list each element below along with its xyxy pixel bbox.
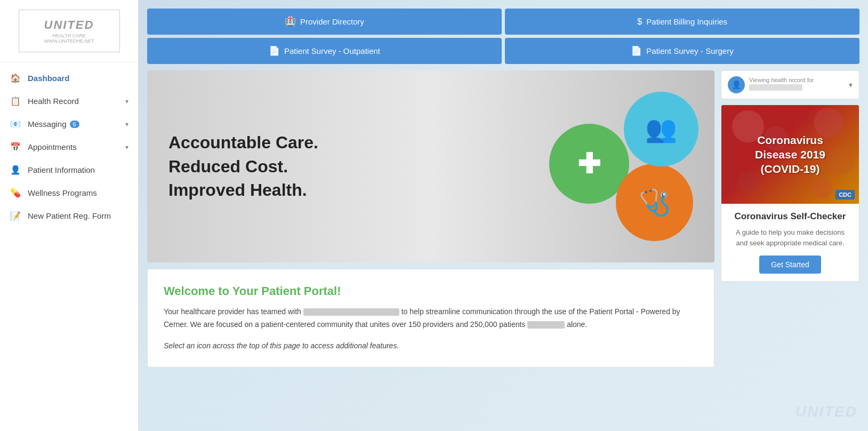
provider-directory-label: Provider Directory xyxy=(300,17,364,26)
hero-line: Improved Health. xyxy=(168,180,307,199)
right-panel: 👤 Viewing health record for ▾ xyxy=(721,70,859,422)
covid-card-title: Coronavirus Self-Checker xyxy=(730,211,850,222)
circle-blue: 👥 xyxy=(624,92,698,166)
nav-icon-patient-information: 👤 xyxy=(10,165,21,175)
cross-icon: ✚ xyxy=(577,148,601,180)
messaging-badge: 6 xyxy=(70,121,79,128)
sidebar-item-messaging[interactable]: 📧 Messaging 6 ▾ xyxy=(0,113,138,135)
nav-icon-appointments: 📅 xyxy=(10,142,21,152)
logo-subtext: HEALTH CAREWWW.UNITEDHE.NET xyxy=(44,33,94,44)
sidebar-item-wellness-programs[interactable]: 💊 Wellness Programs xyxy=(0,181,138,204)
welcome-italic-note: Select an icon across the top of this pa… xyxy=(164,340,698,353)
patient-survey-surgery-icon: 📄 xyxy=(631,45,642,57)
sidebar-item-appointments[interactable]: 📅 Appointments ▾ xyxy=(0,135,138,158)
provider-directory-icon: 🏥 xyxy=(285,16,296,27)
nav-label-dashboard: Dashboard xyxy=(28,74,69,83)
logo-text: UNITED xyxy=(44,18,94,32)
nav-label-appointments: Appointments xyxy=(28,142,77,151)
get-started-button[interactable]: Get Started xyxy=(759,256,821,274)
covid-card-description: A guide to help you make decisions and s… xyxy=(730,227,850,248)
covid-card-body: Coronavirus Self-Checker A guide to help… xyxy=(721,204,859,281)
circle-orange: 🩺 xyxy=(616,164,693,241)
hero-section: Accountable Care.Reduced Cost.Improved H… xyxy=(147,70,714,422)
hero-heading: Accountable Care.Reduced Cost.Improved H… xyxy=(168,131,528,202)
chevron-icon-messaging: ▾ xyxy=(125,121,128,128)
people-icon: 👥 xyxy=(645,114,677,144)
patient-survey-outpatient-button[interactable]: 📄 Patient Survey - Outpatient xyxy=(147,38,502,64)
welcome-paragraph-1: Your healthcare provider has teamed with… xyxy=(164,306,698,331)
welcome-title: Welcome to Your Patient Portal! xyxy=(164,284,698,298)
content-row: Accountable Care.Reduced Cost.Improved H… xyxy=(147,70,859,422)
viewing-label: Viewing health record for xyxy=(749,77,845,83)
patient-billing-button[interactable]: $ Patient Billing Inquiries xyxy=(505,9,859,35)
nav-icon-wellness-programs: 💊 xyxy=(10,188,21,198)
nav-icon-dashboard: 🏠 xyxy=(10,73,21,83)
provider-directory-button[interactable]: 🏥 Provider Directory xyxy=(147,9,502,35)
hero-banner: Accountable Care.Reduced Cost.Improved H… xyxy=(147,70,714,262)
covid-card: CoronavirusDisease 2019(COVID-19) CDC Co… xyxy=(721,105,859,282)
top-buttons-grid: 🏥 Provider Directory$ Patient Billing In… xyxy=(147,9,859,64)
sidebar-item-dashboard[interactable]: 🏠 Dashboard xyxy=(0,67,138,90)
patient-survey-outpatient-icon: 📄 xyxy=(269,45,280,57)
patient-survey-outpatient-label: Patient Survey - Outpatient xyxy=(284,46,380,55)
welcome-body: Your healthcare provider has teamed with… xyxy=(164,306,698,352)
hero-circles: 👥 ✚ 🩺 xyxy=(549,92,698,241)
sidebar-logo: UNITED HEALTH CAREWWW.UNITEDHE.NET xyxy=(0,0,138,62)
chevron-icon-appointments: ▾ xyxy=(125,143,128,151)
viewing-icon: 👤 xyxy=(728,76,745,93)
viewing-text: Viewing health record for xyxy=(749,77,845,93)
nav-label-wellness-programs: Wellness Programs xyxy=(28,188,97,197)
covid-image: CoronavirusDisease 2019(COVID-19) CDC xyxy=(721,105,859,204)
welcome-section: Welcome to Your Patient Portal! Your hea… xyxy=(147,269,714,368)
sidebar-item-new-patient-reg[interactable]: 📝 New Patient Reg. Form xyxy=(0,204,138,227)
sidebar-item-patient-information[interactable]: 👤 Patient Information xyxy=(0,158,138,181)
nav-label-health-record: Health Record xyxy=(28,97,79,106)
patient-billing-label: Patient Billing Inquiries xyxy=(646,17,727,26)
patient-billing-icon: $ xyxy=(637,17,642,27)
sidebar-nav: 🏠 Dashboard 📋 Health Record ▾ 📧 Messagin… xyxy=(0,62,138,431)
viewing-dropdown-chevron[interactable]: ▾ xyxy=(849,81,853,89)
covid-image-title: CoronavirusDisease 2019(COVID-19) xyxy=(750,127,831,182)
stethoscope-icon: 🩺 xyxy=(639,188,671,218)
hero-line: Accountable Care. xyxy=(168,133,318,152)
patient-survey-surgery-button[interactable]: 📄 Patient Survey - Surgery xyxy=(505,38,859,64)
chevron-icon-health-record: ▾ xyxy=(125,98,128,105)
hero-line: Reduced Cost. xyxy=(168,157,288,176)
nav-icon-new-patient-reg: 📝 xyxy=(10,211,21,221)
nav-label-patient-information: Patient Information xyxy=(28,165,95,174)
sidebar-item-health-record[interactable]: 📋 Health Record ▾ xyxy=(0,90,138,113)
viewing-name xyxy=(749,84,802,91)
nav-label-new-patient-reg: New Patient Reg. Form xyxy=(28,211,111,220)
nav-label-messaging: Messaging xyxy=(28,119,67,129)
sidebar: UNITED HEALTH CAREWWW.UNITEDHE.NET 🏠 Das… xyxy=(0,0,139,431)
nav-icon-messaging: 📧 xyxy=(10,119,21,129)
patient-survey-surgery-label: Patient Survey - Surgery xyxy=(646,46,733,55)
main-content: 🏥 Provider Directory$ Patient Billing In… xyxy=(139,0,868,431)
cdc-badge: CDC xyxy=(835,190,855,199)
hero-text-area: Accountable Care.Reduced Cost.Improved H… xyxy=(147,115,549,218)
logo-box: UNITED HEALTH CAREWWW.UNITEDHE.NET xyxy=(19,10,120,52)
nav-icon-health-record: 📋 xyxy=(10,96,21,106)
viewing-bar[interactable]: 👤 Viewing health record for ▾ xyxy=(721,70,859,99)
